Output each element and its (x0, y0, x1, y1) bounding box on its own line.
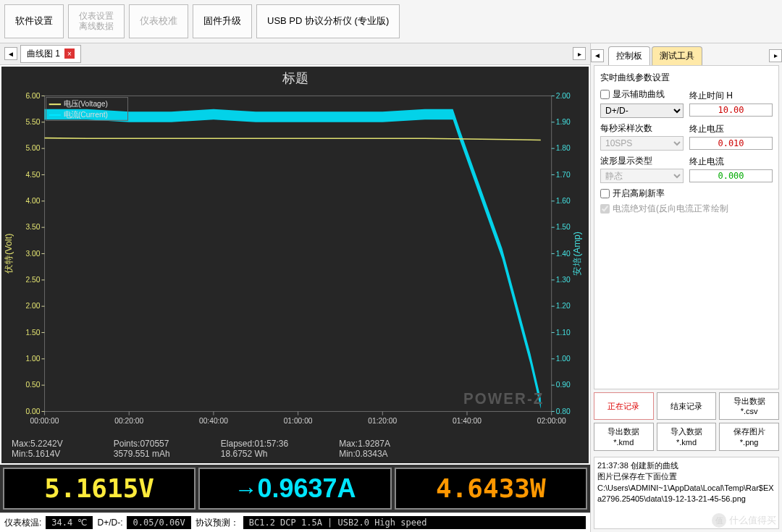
svg-text:00:20:00: 00:20:00 (114, 417, 143, 425)
offline-data-button[interactable]: 仪表设置离线数据 (68, 4, 125, 38)
svg-text:1.50: 1.50 (556, 223, 571, 231)
dpdm-label: D+/D-: (97, 518, 122, 528)
page-watermark: 值 什么值得买 (712, 513, 776, 528)
svg-text:0.90: 0.90 (556, 381, 571, 389)
dpdm-value: 0.05/0.06V (127, 516, 190, 529)
svg-text:01:20:00: 01:20:00 (368, 417, 397, 425)
top-toolbar: 软件设置 仪表设置离线数据 仪表校准 固件升级 USB PD 协议分析仪 (专业… (0, 0, 782, 43)
chart-tabrow: ◄ 曲线图 1 × ▸ (0, 43, 590, 65)
chart-info-row: Max:5.2242VMin:5.1614V Points:0705573579… (1, 434, 589, 463)
export-csv-button[interactable]: 导出数据*.csv (719, 392, 779, 421)
end-time-field[interactable] (689, 104, 773, 117)
svg-text:1.80: 1.80 (556, 144, 571, 152)
settings-button[interactable]: 软件设置 (4, 4, 64, 38)
usbpd-button[interactable]: USB PD 协议分析仪 (专业版) (256, 4, 400, 38)
status-bar: 仪表核温: 34.4 ℃ D+/D-: 0.05/0.06V 协议预测： BC1… (0, 512, 590, 532)
svg-text:4.00: 4.00 (25, 197, 40, 205)
svg-text:安培(Amp): 安培(Amp) (571, 232, 582, 276)
svg-text:4.50: 4.50 (25, 170, 40, 178)
svg-text:2.00: 2.00 (556, 91, 571, 99)
svg-text:00:40:00: 00:40:00 (199, 417, 228, 425)
hirate-checkbox[interactable] (600, 189, 610, 198)
svg-text:1.50: 1.50 (25, 328, 40, 336)
svg-text:5.50: 5.50 (25, 118, 40, 126)
calibrate-button[interactable]: 仪表校准 (129, 4, 188, 38)
chart-canvas: 00:00:0000:20:0000:40:0001:00:0001:20:00… (1, 90, 589, 434)
sps-select[interactable]: 10SPS (600, 136, 684, 151)
svg-text:POWER-Z: POWER-Z (463, 389, 544, 406)
svg-text:3.00: 3.00 (25, 249, 40, 257)
stop-record-button[interactable]: 结束记录 (657, 392, 717, 421)
control-panel: 实时曲线参数设置 显示辅助曲线 D+/D- 终止时间 H 每秒采样次数 10SP… (594, 65, 779, 389)
firmware-button[interactable]: 固件升级 (193, 4, 252, 38)
watermark-icon: 值 (712, 513, 726, 528)
svg-text:02:00:00: 02:00:00 (537, 417, 566, 425)
proto-value: BC1.2 DCP 1.5A | USB2.0 High speed (243, 516, 586, 529)
svg-text:01:00:00: 01:00:00 (284, 417, 313, 425)
svg-text:1.00: 1.00 (25, 355, 40, 363)
svg-text:0.80: 0.80 (556, 407, 571, 415)
svg-text:电流(Current): 电流(Current) (64, 111, 108, 119)
svg-text:6.00: 6.00 (25, 91, 40, 99)
voltage-readout: 5.1615V (3, 468, 196, 510)
chart-area: 标题 00:00:0000:20:0000:40:0001:00:0001:20… (1, 67, 589, 463)
save-png-button[interactable]: 保存图片*.png (719, 423, 779, 451)
svg-text:0.00: 0.00 (25, 407, 40, 415)
current-readout: →0.9637A (198, 468, 391, 510)
svg-text:1.70: 1.70 (556, 170, 571, 178)
svg-text:0.50: 0.50 (25, 381, 40, 389)
dpdm-select[interactable]: D+/D- (600, 104, 684, 118)
svg-text:1.30: 1.30 (556, 276, 571, 284)
end-current-field[interactable] (689, 169, 773, 182)
import-kmd-button[interactable]: 导入数据*.kmd (657, 423, 717, 451)
arrow-right-icon: → (234, 476, 257, 502)
chart-tab[interactable]: 曲线图 1 × (20, 45, 81, 63)
svg-text:伏特(Volt): 伏特(Volt) (4, 233, 14, 274)
abs-checkbox[interactable] (600, 204, 610, 214)
temp-label: 仪表核温: (4, 517, 41, 529)
close-icon[interactable]: × (64, 48, 75, 59)
svg-text:电压(Voltage): 电压(Voltage) (64, 100, 108, 108)
export-kmd-button[interactable]: 导出数据*.kmd (594, 423, 654, 451)
right-tabrow: 控制板 测试工具 (604, 43, 707, 65)
svg-text:1.10: 1.10 (556, 328, 571, 336)
wave-select[interactable]: 静态 (600, 169, 684, 183)
chart-title: 标题 (1, 67, 589, 90)
end-voltage-field[interactable] (689, 137, 773, 150)
svg-text:1.20: 1.20 (556, 302, 571, 310)
svg-rect-0 (45, 96, 552, 411)
temp-value: 34.4 ℃ (46, 516, 93, 529)
aux-curve-checkbox[interactable] (600, 90, 610, 99)
svg-text:2.50: 2.50 (25, 276, 40, 284)
power-readout: 4.6433W (395, 468, 587, 510)
action-buttons: 正在记录 结束记录 导出数据*.csv 导出数据*.kmd 导入数据*.kmd … (591, 389, 782, 454)
panel-next-button[interactable]: ▸ (769, 49, 782, 62)
svg-text:3.50: 3.50 (25, 223, 40, 231)
svg-text:00:00:00: 00:00:00 (30, 417, 59, 425)
svg-text:5.00: 5.00 (25, 144, 40, 152)
svg-text:1.40: 1.40 (556, 249, 571, 257)
panel-heading: 实时曲线参数设置 (600, 72, 773, 84)
proto-label: 协议预测： (196, 517, 239, 529)
svg-text:1.00: 1.00 (556, 355, 571, 363)
svg-text:1.60: 1.60 (556, 197, 571, 205)
tab-controlpanel[interactable]: 控制板 (608, 46, 650, 65)
tab-testtool[interactable]: 测试工具 (652, 46, 702, 65)
svg-text:2.00: 2.00 (25, 302, 40, 310)
readout-row: 5.1615V →0.9637A 4.6433W (0, 465, 590, 512)
panel-prev-button[interactable]: ◄ (591, 49, 604, 62)
recording-button[interactable]: 正在记录 (594, 392, 654, 421)
svg-text:1.90: 1.90 (556, 118, 571, 126)
svg-text:01:40:00: 01:40:00 (453, 417, 482, 425)
chart-tab-label: 曲线图 1 (27, 48, 60, 60)
tab-next-button[interactable]: ▸ (573, 47, 586, 60)
tab-prev-button[interactable]: ◄ (4, 47, 17, 60)
